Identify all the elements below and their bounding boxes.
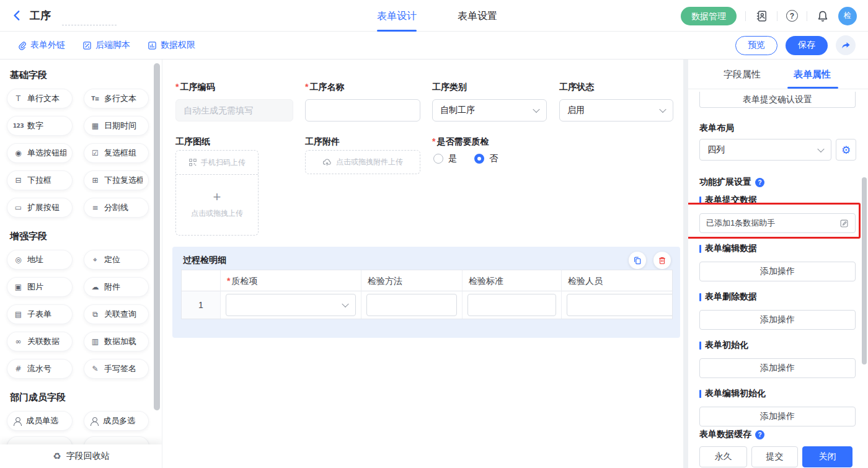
secondary-toolbar: 表单外链 后端脚本 数据权限 预览 保存 [0, 32, 868, 60]
tab-form-design[interactable]: 表单设计 [377, 0, 417, 32]
field-pill-multi-line-text[interactable]: T≡多行文本 [84, 89, 148, 108]
data-manage-button[interactable]: 数据管理 [681, 7, 737, 25]
field-pill-multi-dropdown[interactable]: ⊞下拉复选框 [84, 171, 148, 190]
rp-section-title: 表单编辑初始化 [705, 388, 766, 399]
subtable-input[interactable] [567, 294, 673, 316]
signature-icon: ✎ [90, 364, 100, 373]
field-pill-serial-number[interactable]: #流水号 [7, 360, 72, 378]
sidebar-section-title: 部门成员字段 [10, 392, 152, 404]
form-external-link[interactable]: 表单外链 [17, 40, 65, 51]
submit-confirm-settings-button[interactable]: 表单提交确认设置 [699, 92, 856, 108]
field-pill-radio-group[interactable]: ◉单选按钮组 [7, 144, 72, 162]
back-icon[interactable] [11, 9, 24, 22]
preview-button[interactable]: 预览 [735, 36, 777, 55]
layout-select[interactable]: 四列 [699, 139, 831, 161]
help-icon[interactable]: ? [786, 10, 798, 22]
field-recycle-bin[interactable]: ♻ 字段回收站 [0, 444, 162, 468]
configured-data-box[interactable]: 已添加1条数据助手 [699, 213, 856, 233]
layout-settings-button[interactable]: ⚙ [836, 139, 856, 161]
save-button[interactable]: 保存 [786, 36, 828, 55]
copy-subtable-button[interactable] [629, 252, 646, 269]
field-pill-label: 流水号 [27, 363, 51, 374]
field-pill-label: 扩展按钮 [27, 202, 60, 213]
tab-form-settings[interactable]: 表单设置 [458, 0, 497, 32]
field-pill-relation-query[interactable]: ⧉关联查询 [84, 305, 148, 324]
rp-section-label: 表单编辑数据 [699, 243, 856, 254]
field-label: 工序状态 [559, 82, 673, 94]
field-pill-location[interactable]: ⌖定位 [84, 250, 148, 269]
field-pill-extend-button[interactable]: ▭扩展按钮 [7, 198, 72, 217]
sidebar-sections: 基础字段T单行文本T≡多行文本123数字▦日期时间◉单选按钮组☑复选框组⊟下拉框… [0, 69, 162, 430]
attachment-upload-box[interactable]: 点击或拖拽附件上传 [305, 150, 420, 174]
field-pill-checkbox-group[interactable]: ☑复选框组 [84, 144, 148, 162]
field-pill-signature[interactable]: ✎手写签名 [84, 360, 148, 378]
tab-form-properties[interactable]: 表单属性 [794, 69, 831, 81]
subtable-input[interactable] [467, 294, 556, 316]
field-pill-label: 复选框组 [104, 148, 136, 159]
radio-unchecked-icon[interactable] [433, 154, 443, 164]
delete-subtable-button[interactable] [653, 252, 671, 269]
field-pill-label: 定位 [104, 254, 120, 265]
field-pill-number[interactable]: 123数字 [7, 117, 72, 135]
field-label-text: 工序附件 [305, 136, 340, 146]
backend-script-link[interactable]: 后端脚本 [82, 40, 130, 51]
field-pill-member-single[interactable]: 成员单选 [7, 412, 72, 430]
field-pill-single-line-text[interactable]: T单行文本 [7, 89, 72, 108]
blue-bar [699, 196, 701, 205]
cache-option[interactable]: 提交 [751, 446, 798, 467]
field-pill-dropdown[interactable]: ⊟下拉框 [7, 171, 72, 190]
field-pill-data-load[interactable]: ▥数据加载 [84, 332, 148, 351]
notification-bell-icon[interactable] [816, 9, 830, 23]
subtable-input[interactable] [366, 294, 457, 316]
field-pill-label: 地址 [27, 254, 43, 265]
add-operation-button[interactable]: 添加操作 [699, 407, 856, 426]
tab-field-properties[interactable]: 字段属性 [724, 69, 761, 81]
subtable-select[interactable] [226, 294, 356, 316]
field-input[interactable] [175, 99, 293, 121]
field-pill-member-multi[interactable]: 成员多选 [84, 412, 148, 430]
sidebar-field-grid: T单行文本T≡多行文本123数字▦日期时间◉单选按钮组☑复选框组⊟下拉框⊞下拉复… [0, 89, 162, 217]
sidebar-section-title: 增强字段 [10, 231, 152, 242]
cache-option[interactable]: 关闭 [802, 446, 852, 467]
share-arrow-icon [841, 40, 851, 50]
chevron-down-icon [817, 145, 824, 152]
user-avatar[interactable]: 检 [838, 7, 857, 25]
field-select[interactable]: 自制工序 [432, 99, 547, 121]
radio-checked-icon[interactable] [474, 154, 484, 164]
scan-upload-area[interactable]: 手机扫码上传 [176, 151, 258, 175]
radio-label: 否 [489, 153, 498, 164]
add-operation-button[interactable]: 添加操作 [699, 262, 856, 281]
subtable-header-cell: *质检项 [221, 270, 361, 291]
field-pill-address[interactable]: ◎地址 [7, 250, 72, 269]
field-pill-datetime[interactable]: ▦日期时间 [84, 117, 148, 135]
field-library-sidebar: 基础字段T单行文本T≡多行文本123数字▦日期时间◉单选按钮组☑复选框组⊟下拉框… [0, 60, 162, 468]
field-pill-subform[interactable]: ▤子表单 [7, 305, 72, 324]
dropdown-icon: ⊟ [13, 176, 24, 185]
drag-upload-area[interactable]: + 点击或拖拽上传 [176, 175, 258, 235]
radio-option[interactable]: 否 [474, 153, 498, 164]
add-operation-button[interactable]: 添加操作 [699, 358, 856, 378]
share-button[interactable] [836, 35, 856, 55]
subtable-header-cell: 检验方法 [361, 270, 463, 291]
field-pill-image[interactable]: ▣图片 [7, 278, 72, 296]
cache-option[interactable]: 永久 [699, 446, 747, 467]
subtable-cell [562, 291, 673, 319]
panel-scrollbar[interactable] [862, 177, 867, 364]
field-pill-attachment[interactable]: ☁附件 [84, 278, 148, 296]
add-operation-button[interactable]: 添加操作 [699, 310, 856, 330]
field-pill-relation-data[interactable]: ∞关联数据 [7, 332, 72, 351]
sidebar-scrollbar[interactable] [154, 63, 160, 410]
toolbar-actions: 预览 保存 [735, 35, 856, 55]
radio-option[interactable]: 是 [433, 153, 457, 164]
data-permission-link[interactable]: 数据权限 [148, 40, 195, 51]
help-badge-icon[interactable] [755, 430, 764, 439]
field-select[interactable]: 启用 [559, 99, 673, 121]
subtable-panel[interactable]: 过程检明细 *质检项检验方法检验标准检验人员 1 [172, 247, 680, 338]
help-badge-icon[interactable] [755, 178, 764, 187]
contact-book-icon[interactable] [755, 9, 768, 23]
field-pill-label: 子表单 [27, 309, 51, 320]
field-pill-label: 数据加载 [104, 336, 136, 347]
field-pill-label: 单行文本 [27, 93, 60, 104]
field-input[interactable] [305, 99, 420, 121]
field-pill-divider[interactable]: ≡分割线 [84, 198, 148, 217]
